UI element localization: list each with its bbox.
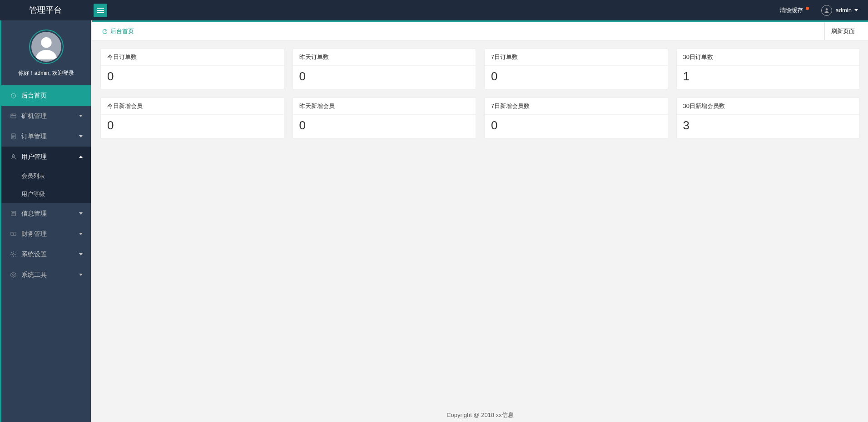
user-icon [10,153,17,161]
avatar-icon [31,32,61,62]
dashboard-icon [10,92,17,99]
finance-icon: ¥ [10,231,17,238]
stat-value: 0 [485,115,668,138]
sidebar-item-label: 系统工具 [21,265,47,285]
header-right: 清除缓存 admin [773,0,868,20]
user-menu[interactable]: admin [816,0,863,20]
stat-label: 7日订单数 [485,49,668,66]
sidebar-item-label: 后台首页 [21,85,47,106]
tools-icon [10,271,17,279]
sidebar-nav: 后台首页 矿机管理 订单管理 用户管理 会员列表 用户等级 [1,85,91,285]
welcome-text: 你好！admin, 欢迎登录 [1,69,91,77]
toggle-sidebar-button[interactable] [94,4,107,17]
top-header: 管理平台 清除缓存 admin [0,0,868,20]
sidebar-item-finance[interactable]: ¥ 财务管理 [1,224,91,244]
main-area: 后台首页 刷新页面 今日订单数 0 昨天订单数 0 7日订单数 0 30日订单数… [92,20,868,422]
stat-label: 30日新增会员数 [677,98,860,115]
tabbar: 后台首页 刷新页面 [92,22,868,40]
miner-icon [10,113,17,120]
stat-card-7day-orders: 7日订单数 0 [484,49,668,89]
sub-item-member-list[interactable]: 会员列表 [1,167,91,185]
stat-label: 今日订单数 [101,49,284,66]
sidebar-item-dashboard[interactable]: 后台首页 [1,85,91,106]
sidebar-item-orders[interactable]: 订单管理 [1,126,91,147]
stat-value: 3 [677,115,860,138]
stat-card-7day-members: 7日新增会员数 0 [484,98,668,138]
stat-card-yesterday-members: 昨天新增会员 0 [293,98,476,138]
svg-rect-4 [10,114,15,118]
chevron-up-icon [79,156,83,158]
svg-point-6 [11,114,12,115]
dashboard-icon [102,28,108,34]
avatar-large [29,29,64,64]
sidebar: 你好！admin, 欢迎登录 后台首页 矿机管理 订单管理 [0,0,91,422]
clear-cache-link[interactable]: 清除缓存 [773,0,816,20]
chevron-down-icon [79,135,83,137]
sidebar-item-settings[interactable]: 系统设置 [1,244,91,265]
stat-value: 1 [677,66,860,89]
stat-label: 今日新增会员 [101,98,284,115]
stat-value: 0 [101,115,284,138]
stat-value: 0 [485,66,668,89]
sidebar-item-miner[interactable]: 矿机管理 [1,106,91,126]
sidebar-item-label: 矿机管理 [21,106,47,126]
info-icon [10,210,17,217]
stat-value: 0 [293,115,476,138]
footer-text: Copyright @ 2018 xx信息 [92,408,868,422]
stat-value: 0 [293,66,476,89]
svg-point-0 [825,8,828,10]
svg-point-21 [12,274,14,276]
svg-line-23 [105,30,106,31]
svg-rect-13 [11,211,15,216]
tab-label: 后台首页 [110,27,134,35]
sidebar-item-label: 系统设置 [21,244,47,265]
sidebar-item-users[interactable]: 用户管理 [1,147,91,167]
sidebar-item-label: 信息管理 [21,203,47,224]
stat-label: 30日订单数 [677,49,860,66]
stat-card-30day-members: 30日新增会员数 3 [676,98,860,138]
svg-point-12 [12,155,15,157]
sidebar-item-tools[interactable]: 系统工具 [1,265,91,285]
svg-point-7 [12,114,13,115]
stat-label: 7日新增会员数 [485,98,668,115]
chevron-down-icon [79,115,83,117]
stat-label: 昨天新增会员 [293,98,476,115]
sidebar-item-label: 用户管理 [21,147,47,167]
profile-box: 你好！admin, 欢迎登录 [1,20,91,85]
clear-cache-label: 清除缓存 [779,7,803,14]
chevron-down-icon [79,233,83,235]
order-icon [10,133,17,140]
svg-marker-20 [10,272,15,277]
svg-point-1 [41,37,51,48]
svg-line-3 [13,95,15,96]
sidebar-item-label: 订单管理 [21,126,47,147]
avatar-small-icon [821,5,832,16]
tab-home[interactable]: 后台首页 [99,22,137,40]
username-label: admin [836,0,852,20]
notify-dot-icon [806,7,809,10]
chevron-down-icon [79,212,83,215]
gear-icon [10,251,17,258]
content: 今日订单数 0 昨天订单数 0 7日订单数 0 30日订单数 1 今日新增会员 … [92,40,868,155]
chevron-down-icon [854,9,858,11]
refresh-page-button[interactable]: 刷新页面 [824,22,861,40]
sidebar-item-info[interactable]: 信息管理 [1,203,91,224]
app-title: 管理平台 [0,0,91,20]
stat-value: 0 [101,66,284,89]
stat-label: 昨天订单数 [293,49,476,66]
stat-card-yesterday-orders: 昨天订单数 0 [293,49,476,89]
stat-card-30day-orders: 30日订单数 1 [676,49,860,89]
sub-item-user-level[interactable]: 用户等级 [1,185,91,203]
stat-card-today-orders: 今日订单数 0 [100,49,284,89]
chevron-down-icon [79,274,83,276]
stat-card-today-members: 今日新增会员 0 [100,98,284,138]
stats-row-2: 今日新增会员 0 昨天新增会员 0 7日新增会员数 0 30日新增会员数 3 [100,98,860,138]
svg-point-19 [12,254,14,255]
sidebar-item-label: 财务管理 [21,224,47,244]
stats-row-1: 今日订单数 0 昨天订单数 0 7日订单数 0 30日订单数 1 [100,49,860,89]
svg-text:¥: ¥ [12,232,14,235]
sub-nav-users: 会员列表 用户等级 [1,167,91,203]
chevron-down-icon [79,253,83,255]
